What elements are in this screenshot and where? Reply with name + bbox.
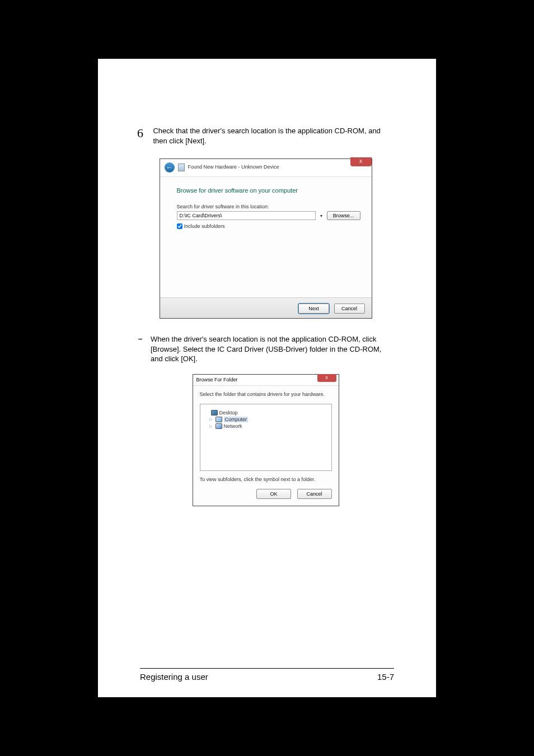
cancel-button[interactable]: Cancel [334, 304, 365, 314]
browse-button[interactable]: Browse... [327, 211, 360, 220]
tree-desktop[interactable]: Desktop [219, 410, 238, 416]
footer-page-number: 15-7 [377, 672, 394, 682]
folder-tree[interactable]: Desktop ▷ Computer ▷ Network [200, 404, 332, 471]
expand-icon[interactable]: ▷ [209, 417, 214, 422]
include-subfolders-label: Include subfolders [184, 223, 225, 229]
desktop-icon [211, 410, 218, 416]
network-icon [216, 423, 222, 429]
search-path-input[interactable] [177, 211, 316, 220]
browse-folder-dialog: Browse For Folder x Select the folder th… [193, 374, 339, 506]
dropdown-icon[interactable]: ▾ [318, 213, 325, 218]
dialog-title: Found New Hardware - Unknown Device [188, 164, 279, 170]
wizard-icon [178, 164, 185, 171]
select-folder-text: Select the folder that contains drivers … [200, 391, 332, 397]
dialog2-title: Browse For Folder [196, 377, 238, 382]
include-subfolders-checkbox[interactable] [177, 223, 182, 229]
back-icon[interactable]: ← [165, 162, 175, 172]
step-instruction: Check that the driver's search location … [153, 126, 388, 146]
close-icon[interactable]: x [350, 157, 372, 166]
step-number: 6 [137, 126, 147, 141]
found-hardware-dialog: x ← Found New Hardware - Unknown Device … [160, 158, 372, 319]
computer-icon [216, 417, 222, 422]
footer-divider [140, 668, 394, 669]
expand-icon[interactable]: ▷ [209, 424, 214, 428]
next-button[interactable]: Next [298, 304, 329, 314]
tree-computer[interactable]: Computer [224, 417, 249, 422]
close-icon[interactable]: x [317, 374, 336, 382]
search-label: Search for driver software in this locat… [177, 204, 360, 209]
footer-section: Registering a user [140, 672, 208, 682]
ok-button[interactable]: OK [256, 489, 291, 499]
list-dash: – [137, 334, 151, 364]
cancel-button[interactable]: Cancel [297, 489, 332, 499]
tree-network[interactable]: Network [224, 423, 242, 429]
sub-instruction: When the driver's search location is not… [151, 334, 394, 364]
subfolder-hint: To view subfolders, click the symbol nex… [200, 477, 332, 482]
browse-heading: Browse for driver software on your compu… [177, 187, 360, 194]
